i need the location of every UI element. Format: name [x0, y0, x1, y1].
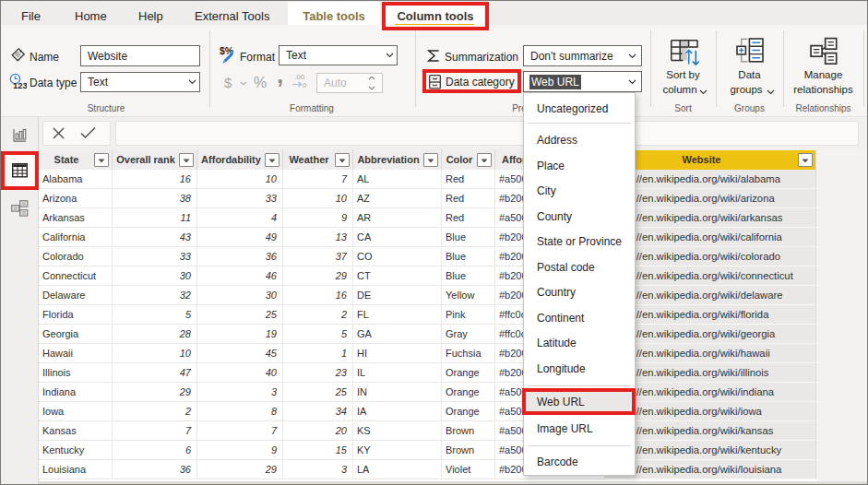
svg-text:0: 0 — [303, 81, 307, 89]
svg-text:123: 123 — [13, 80, 27, 90]
svg-text:.00: .00 — [294, 73, 305, 81]
